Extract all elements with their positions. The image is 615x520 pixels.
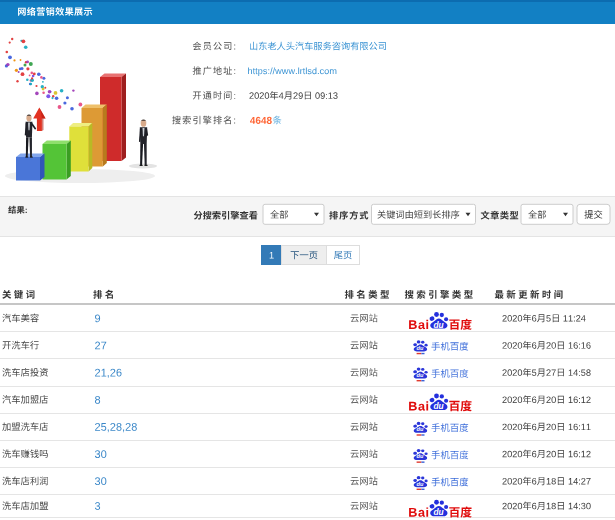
svg-text:du: du [433,507,443,517]
svg-text:du: du [417,453,424,459]
svg-text:du: du [417,372,424,378]
svg-text:du: du [417,481,424,487]
svg-text:du: du [433,320,443,330]
svg-text:du: du [417,426,424,432]
svg-text:du: du [417,345,424,351]
svg-text:du: du [433,401,443,411]
